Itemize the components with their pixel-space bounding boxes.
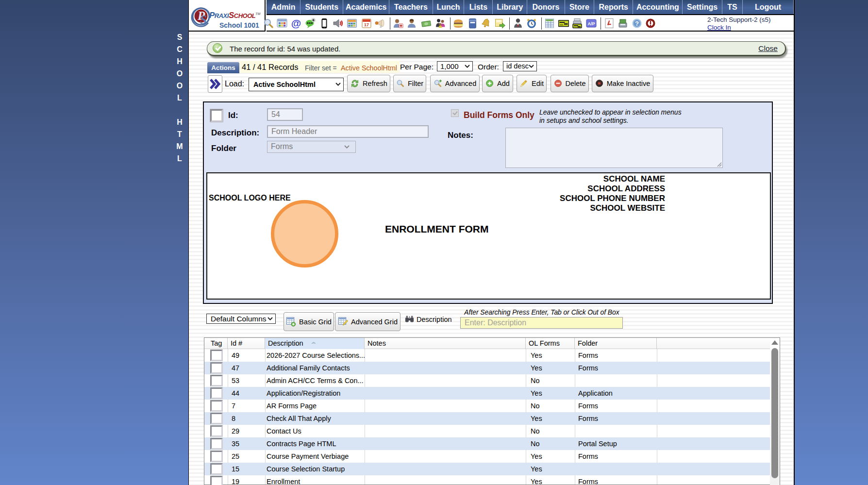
svg-text:S: S	[200, 13, 207, 26]
svg-text:A/P: A/P	[587, 21, 595, 26]
svg-text:17: 17	[364, 22, 369, 27]
svg-text:?: ?	[635, 20, 639, 27]
svg-text:@: @	[291, 18, 301, 29]
